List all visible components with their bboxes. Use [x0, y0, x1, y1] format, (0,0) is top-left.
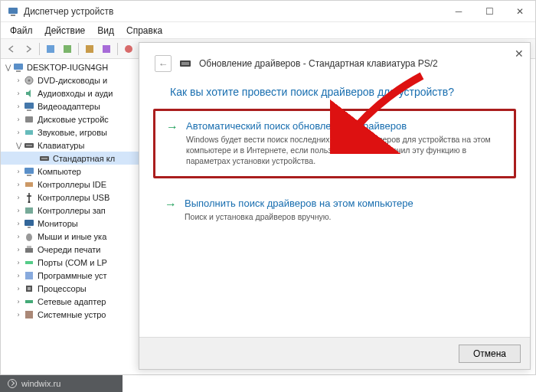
tree-item-label: Мониторы — [38, 219, 78, 228]
expand-icon[interactable]: › — [15, 233, 22, 240]
tree-category[interactable]: ⋁Клавиатуры — [1, 139, 139, 152]
tree-category[interactable]: ›Процессоры — [1, 282, 139, 295]
svg-point-23 — [28, 201, 31, 203]
tree-item-label: DVD-дисководы и — [38, 76, 107, 85]
app-icon — [7, 5, 19, 18]
svg-point-6 — [125, 45, 132, 53]
keyboard-icon — [39, 153, 50, 164]
svg-rect-37 — [181, 62, 189, 65]
tree-item-label: Сетевые адаптер — [38, 297, 106, 306]
tree-category[interactable]: ›Порты (COM и LP — [1, 256, 139, 269]
tree-category[interactable]: ›Сетевые адаптер — [1, 295, 139, 308]
menu-view[interactable]: Вид — [91, 24, 120, 38]
expand-icon[interactable]: › — [15, 298, 22, 305]
minimize-button[interactable]: ─ — [443, 1, 474, 22]
svg-rect-13 — [27, 109, 31, 111]
toolbar-icon[interactable] — [60, 41, 75, 57]
cancel-button[interactable]: Отмена — [459, 345, 521, 363]
tree-category[interactable]: ›Видеоадаптеры — [1, 100, 139, 113]
back-icon[interactable] — [4, 41, 19, 57]
svg-rect-2 — [47, 45, 54, 53]
svg-rect-4 — [86, 45, 93, 53]
svg-rect-3 — [64, 45, 71, 53]
toolbar-icon[interactable] — [121, 41, 136, 57]
collapse-icon[interactable]: ⋁ — [4, 64, 11, 71]
disc-icon — [24, 75, 34, 86]
expand-icon[interactable]: › — [15, 168, 22, 175]
watermark-text: windwix.ru — [21, 379, 60, 388]
svg-rect-5 — [103, 45, 110, 53]
svg-rect-26 — [28, 227, 31, 228]
tree-item-label: Системные устро — [38, 310, 106, 319]
svg-rect-31 — [25, 272, 33, 279]
expand-icon[interactable]: › — [15, 103, 22, 110]
expand-icon[interactable]: › — [15, 246, 22, 253]
tree-category[interactable]: ›Программные уст — [1, 269, 139, 282]
ide-icon — [24, 179, 34, 190]
tree-leaf[interactable]: Стандартная кл — [1, 152, 139, 165]
titlebar: Диспетчер устройств ─ ☐ ✕ — [1, 1, 535, 22]
svg-rect-35 — [25, 311, 33, 318]
tree-category[interactable]: ›Контроллеры USB — [1, 191, 139, 204]
tree-category[interactable]: ›Звуковые, игровы — [1, 126, 139, 139]
menu-help[interactable]: Справка — [120, 24, 168, 38]
tree-category[interactable]: ›Компьютер — [1, 165, 139, 178]
expand-icon[interactable]: › — [15, 181, 22, 188]
tree-category[interactable]: ›Очереди печати — [1, 243, 139, 256]
tree-item-label: Мыши и иные ука — [38, 232, 106, 241]
menubar: Файл Действие Вид Справка — [1, 22, 535, 39]
display-icon — [24, 101, 34, 112]
audio-icon — [24, 88, 34, 99]
mouse-icon — [24, 231, 34, 242]
collapse-icon[interactable]: ⋁ — [15, 142, 22, 149]
update-drivers-dialog: ✕ ← Обновление драйверов - Стандартная к… — [139, 42, 531, 370]
maximize-button[interactable]: ☐ — [474, 1, 505, 22]
close-button[interactable]: ✕ — [505, 1, 535, 22]
toolbar-icon[interactable] — [43, 41, 58, 57]
expand-icon[interactable]: › — [15, 272, 22, 279]
expand-icon[interactable]: › — [15, 194, 22, 201]
expand-icon[interactable]: › — [15, 220, 22, 227]
svg-rect-33 — [28, 287, 31, 290]
tree-category[interactable]: ›Дисковые устройс — [1, 113, 139, 126]
tree-category[interactable]: ›Мониторы — [1, 217, 139, 230]
option-manual-search[interactable]: → Выполнить поиск драйверов на этом комп… — [153, 188, 516, 232]
expand-icon[interactable]: › — [15, 77, 22, 84]
svg-rect-24 — [25, 207, 33, 214]
menu-file[interactable]: Файл — [4, 24, 39, 38]
svg-rect-15 — [25, 130, 33, 135]
forward-icon[interactable] — [21, 41, 36, 57]
tree-category[interactable]: ›Системные устро — [1, 308, 139, 321]
expand-icon[interactable]: › — [15, 311, 22, 318]
expand-icon[interactable]: › — [15, 207, 22, 214]
expand-icon[interactable]: › — [15, 116, 22, 123]
expand-icon[interactable]: › — [15, 129, 22, 136]
dialog-close-icon[interactable]: ✕ — [515, 47, 524, 60]
keyboard-icon — [179, 57, 191, 70]
expand-icon[interactable]: › — [15, 259, 22, 266]
printer-icon — [24, 244, 34, 255]
tree-item-label: Программные уст — [38, 271, 107, 280]
tree-category[interactable]: ›Контроллеры зап — [1, 204, 139, 217]
svg-rect-12 — [25, 103, 34, 109]
tree-category[interactable]: ›Мыши и иные ука — [1, 230, 139, 243]
expand-icon[interactable]: › — [15, 285, 22, 292]
tree-category[interactable]: ›Аудиовходы и ауди — [1, 87, 139, 100]
tree-category[interactable]: ›Контроллеры IDE — [1, 178, 139, 191]
tree-item-label: Очереди печати — [38, 245, 101, 254]
tree-category[interactable]: ›DVD-дисководы и — [1, 74, 139, 87]
menu-action[interactable]: Действие — [39, 24, 92, 38]
expand-icon[interactable]: › — [15, 90, 22, 97]
tree-item-label: Процессоры — [38, 284, 87, 293]
monitor-icon — [24, 218, 34, 229]
svg-rect-1 — [11, 15, 15, 16]
soft-icon — [24, 270, 34, 281]
svg-rect-30 — [25, 261, 33, 264]
option-auto-search[interactable]: → Автоматический поиск обновленных драйв… — [153, 109, 516, 178]
toolbar-icon[interactable] — [82, 41, 97, 57]
device-tree[interactable]: ⋁ DESKTOP-IUGN4GH ›DVD-дисководы и›Аудио… — [1, 59, 139, 356]
tree-root[interactable]: ⋁ DESKTOP-IUGN4GH — [1, 60, 139, 74]
tree-item-label: Стандартная кл — [53, 154, 115, 163]
dialog-back-button[interactable]: ← — [155, 55, 172, 72]
toolbar-icon[interactable] — [99, 41, 114, 57]
